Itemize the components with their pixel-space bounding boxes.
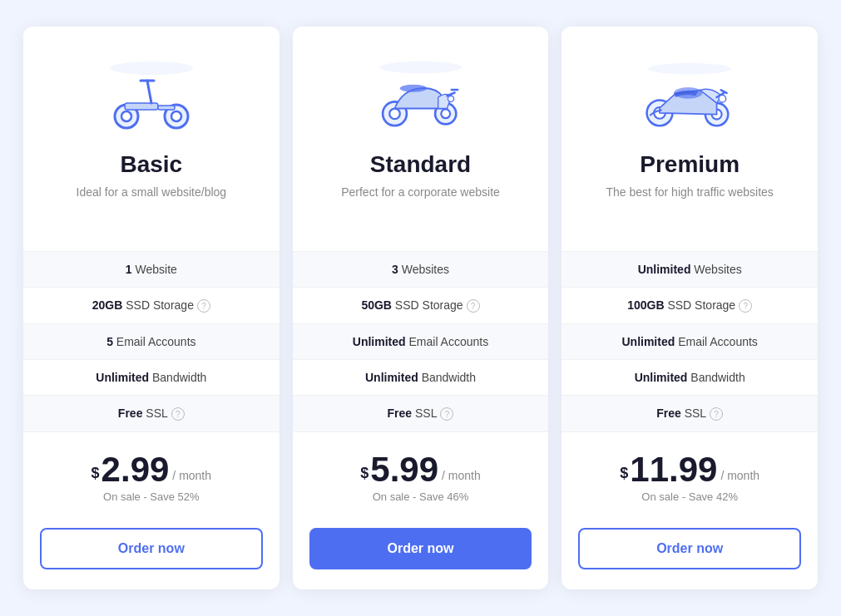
feature-bold-premium-0: Unlimited xyxy=(638,263,691,276)
svg-point-26 xyxy=(719,95,726,102)
svg-point-0 xyxy=(110,62,193,75)
feature-row-basic-0: 1 Website xyxy=(23,252,280,288)
feature-row-standard-2: Unlimited Email Accounts xyxy=(293,324,549,360)
feature-row-premium-2: Unlimited Email Accounts xyxy=(561,324,818,360)
feature-text-premium-0: Websites xyxy=(690,263,741,276)
svg-point-9 xyxy=(379,62,462,73)
feature-text-basic-0: Website xyxy=(132,263,177,276)
price-period-standard: / month xyxy=(442,469,481,482)
feature-text-basic-3: Bandwidth xyxy=(149,371,206,384)
feature-bold-basic-2: 5 xyxy=(106,335,113,348)
svg-point-2 xyxy=(121,111,131,121)
plan-card-premium: Premium The best for high traffic websit… xyxy=(561,27,818,590)
price-amount-premium: 11.99 xyxy=(630,452,717,487)
svg-point-11 xyxy=(389,108,400,119)
features-list-premium: Unlimited Websites 100GB SSD Storage? Un… xyxy=(561,251,818,433)
price-sale-standard: On sale - Save 46% xyxy=(318,490,524,503)
svg-line-25 xyxy=(721,90,727,92)
plan-icon-premium xyxy=(586,52,793,143)
feature-bold-standard-1: 50GB xyxy=(361,298,392,312)
plan-card-basic: Basic Ideal for a small website/blog 1 W… xyxy=(23,27,280,590)
price-display-basic: $ 2.99 / month xyxy=(48,452,255,487)
feature-text-standard-0: Websites xyxy=(398,263,449,276)
plan-top-basic: Basic Ideal for a small website/blog xyxy=(23,27,280,234)
feature-text-premium-3: Bandwidth xyxy=(687,371,745,384)
help-icon-premium-4[interactable]: ? xyxy=(710,407,723,421)
features-list-basic: 1 Website 20GB SSD Storage? 5 Email Acco… xyxy=(23,251,280,433)
svg-point-17 xyxy=(448,96,453,101)
help-icon-standard-1[interactable]: ? xyxy=(467,299,480,313)
plan-desc-standard: Perfect for a corporate website xyxy=(318,185,524,218)
plan-top-premium: Premium The best for high traffic websit… xyxy=(561,27,818,234)
feature-bold-premium-4: Free xyxy=(656,407,681,420)
price-display-premium: $ 11.99 / month xyxy=(586,452,793,487)
plan-name-basic: Basic xyxy=(48,151,255,178)
plan-top-standard: Standard Perfect for a corporate website xyxy=(293,27,549,234)
feature-row-premium-3: Unlimited Bandwidth xyxy=(561,360,818,396)
feature-row-basic-4: Free SSL? xyxy=(23,396,280,432)
plan-desc-premium: The best for high traffic websites xyxy=(586,185,793,218)
feature-bold-standard-3: Unlimited xyxy=(365,371,418,384)
price-dollar-premium: $ xyxy=(620,465,628,482)
price-period-premium: / month xyxy=(720,469,759,482)
feature-bold-standard-2: Unlimited xyxy=(353,335,406,348)
feature-row-standard-3: Unlimited Bandwidth xyxy=(293,360,549,396)
feature-bold-standard-0: 3 xyxy=(392,263,398,276)
feature-text-premium-4: SSL xyxy=(681,407,706,420)
svg-rect-5 xyxy=(125,103,158,110)
feature-text-premium-1: SSD Storage xyxy=(665,298,736,312)
price-display-standard: $ 5.99 / month xyxy=(318,452,524,487)
plan-name-standard: Standard xyxy=(318,151,524,178)
feature-text-standard-3: Bandwidth xyxy=(418,371,476,384)
price-amount-standard: 5.99 xyxy=(370,452,438,487)
feature-row-premium-0: Unlimited Websites xyxy=(561,252,818,288)
svg-rect-8 xyxy=(158,106,175,110)
help-icon-standard-4[interactable]: ? xyxy=(440,407,453,421)
price-dollar-basic: $ xyxy=(92,465,100,482)
plan-card-standard: Standard Perfect for a corporate website… xyxy=(293,27,549,590)
pricing-container: Basic Ideal for a small website/blog 1 W… xyxy=(17,27,824,590)
feature-row-premium-4: Free SSL? xyxy=(561,396,818,432)
feature-text-premium-2: Email Accounts xyxy=(675,335,758,348)
feature-bold-premium-2: Unlimited xyxy=(621,335,675,348)
feature-row-basic-3: Unlimited Bandwidth xyxy=(23,360,280,396)
pricing-section-basic: $ 2.99 / month On sale - Save 52% xyxy=(23,432,280,528)
svg-point-14 xyxy=(399,84,426,91)
feature-row-premium-1: 100GB SSD Storage? xyxy=(561,288,818,324)
help-icon-basic-4[interactable]: ? xyxy=(171,407,185,421)
feature-row-standard-4: Free SSL? xyxy=(293,396,549,432)
feature-row-basic-1: 20GB SSD Storage? xyxy=(23,288,280,324)
feature-row-standard-1: 50GB SSD Storage? xyxy=(293,288,549,324)
order-btn-standard[interactable]: Order now xyxy=(309,528,532,569)
feature-bold-basic-4: Free xyxy=(118,407,143,420)
svg-line-6 xyxy=(147,81,151,103)
pricing-section-premium: $ 11.99 / month On sale - Save 42% xyxy=(561,432,818,528)
feature-bold-premium-1: 100GB xyxy=(627,298,664,312)
price-sale-basic: On sale - Save 52% xyxy=(48,490,255,503)
svg-point-13 xyxy=(441,109,450,118)
price-period-basic: / month xyxy=(172,469,211,482)
features-list-standard: 3 Websites 50GB SSD Storage? Unlimited E… xyxy=(293,251,549,433)
price-sale-premium: On sale - Save 42% xyxy=(586,490,793,503)
feature-text-standard-1: SSD Storage xyxy=(392,298,463,312)
help-icon-premium-1[interactable]: ? xyxy=(739,299,752,313)
feature-text-basic-4: SSL xyxy=(142,407,167,420)
feature-text-basic-2: Email Accounts xyxy=(113,335,196,348)
feature-text-basic-1: SSD Storage xyxy=(122,298,194,312)
pricing-section-standard: $ 5.99 / month On sale - Save 46% xyxy=(293,432,549,528)
feature-bold-basic-1: 20GB xyxy=(92,298,123,312)
svg-point-18 xyxy=(648,63,730,75)
price-dollar-standard: $ xyxy=(360,465,369,482)
plan-icon-standard xyxy=(318,52,524,143)
feature-bold-basic-3: Unlimited xyxy=(96,371,149,384)
feature-bold-standard-4: Free xyxy=(388,407,413,420)
feature-bold-basic-0: 1 xyxy=(126,263,132,276)
svg-point-4 xyxy=(171,111,181,121)
price-amount-basic: 2.99 xyxy=(101,452,170,487)
help-icon-basic-1[interactable]: ? xyxy=(197,299,210,313)
order-btn-basic[interactable]: Order now xyxy=(40,528,263,569)
feature-row-standard-0: 3 Websites xyxy=(293,252,549,288)
plan-desc-basic: Ideal for a small website/blog xyxy=(48,185,255,218)
order-btn-premium[interactable]: Order now xyxy=(578,528,801,569)
plan-name-premium: Premium xyxy=(586,151,793,178)
